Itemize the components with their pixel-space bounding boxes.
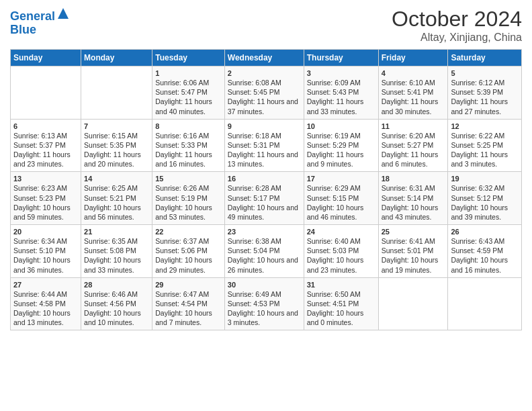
day-number: 1 (155, 69, 222, 77)
day-info: Sunrise: 6:23 AM Sunset: 5:23 PM Dayligh… (13, 183, 78, 222)
day-info: Sunrise: 6:50 AM Sunset: 4:51 PM Dayligh… (307, 289, 375, 328)
cell-week4-day4: 24Sunrise: 6:40 AM Sunset: 5:03 PM Dayli… (304, 225, 378, 278)
cell-week4-day6: 26Sunrise: 6:43 AM Sunset: 4:59 PM Dayli… (448, 225, 522, 278)
day-info: Sunrise: 6:34 AM Sunset: 5:10 PM Dayligh… (13, 236, 78, 275)
page: General Blue October 2024 Altay, Xinjian… (0, 0, 532, 411)
column-header-monday: Monday (81, 50, 152, 66)
cell-week1-day6: 5Sunrise: 6:12 AM Sunset: 5:39 PM Daylig… (448, 66, 522, 120)
day-info: Sunrise: 6:32 AM Sunset: 5:12 PM Dayligh… (451, 183, 519, 222)
day-number: 15 (155, 175, 222, 183)
cell-week4-day0: 20Sunrise: 6:34 AM Sunset: 5:10 PM Dayli… (11, 225, 81, 278)
day-info: Sunrise: 6:20 AM Sunset: 5:27 PM Dayligh… (382, 131, 445, 169)
day-info: Sunrise: 6:43 AM Sunset: 4:59 PM Dayligh… (451, 236, 519, 275)
cell-week5-day3: 30Sunrise: 6:49 AM Sunset: 4:53 PM Dayli… (224, 277, 304, 330)
day-info: Sunrise: 6:18 AM Sunset: 5:31 PM Dayligh… (228, 131, 301, 169)
logo-text: General (10, 7, 70, 24)
week-row-5: 27Sunrise: 6:44 AM Sunset: 4:58 PM Dayli… (11, 277, 522, 330)
day-number: 28 (84, 281, 149, 289)
subtitle: Altay, Xinjiang, China (392, 32, 522, 44)
day-info: Sunrise: 6:40 AM Sunset: 5:03 PM Dayligh… (307, 236, 375, 275)
day-number: 8 (155, 122, 222, 130)
cell-week3-day4: 17Sunrise: 6:29 AM Sunset: 5:15 PM Dayli… (304, 172, 378, 225)
svg-marker-0 (58, 8, 69, 19)
column-header-tuesday: Tuesday (152, 50, 225, 66)
column-header-thursday: Thursday (304, 50, 378, 66)
cell-week4-day5: 25Sunrise: 6:41 AM Sunset: 5:01 PM Dayli… (378, 225, 448, 278)
cell-week2-day5: 11Sunrise: 6:20 AM Sunset: 5:27 PM Dayli… (378, 119, 448, 172)
cell-week3-day2: 15Sunrise: 6:26 AM Sunset: 5:19 PM Dayli… (152, 172, 225, 225)
day-info: Sunrise: 6:09 AM Sunset: 5:43 PM Dayligh… (307, 78, 375, 116)
cell-week3-day0: 13Sunrise: 6:23 AM Sunset: 5:23 PM Dayli… (11, 172, 81, 225)
day-info: Sunrise: 6:44 AM Sunset: 4:58 PM Dayligh… (13, 289, 78, 328)
day-info: Sunrise: 6:35 AM Sunset: 5:08 PM Dayligh… (84, 236, 149, 275)
logo-icon (56, 7, 70, 20)
cell-week2-day0: 6Sunrise: 6:13 AM Sunset: 5:37 PM Daylig… (11, 119, 81, 172)
day-number: 11 (382, 122, 445, 130)
column-header-wednesday: Wednesday (224, 50, 304, 66)
day-number: 23 (228, 228, 301, 236)
day-number: 26 (451, 228, 519, 236)
day-number: 2 (228, 69, 301, 77)
day-number: 6 (13, 122, 78, 130)
day-info: Sunrise: 6:13 AM Sunset: 5:37 PM Dayligh… (13, 131, 78, 169)
cell-week5-day5 (378, 277, 448, 330)
cell-week3-day3: 16Sunrise: 6:28 AM Sunset: 5:17 PM Dayli… (224, 172, 304, 225)
cell-week2-day1: 7Sunrise: 6:15 AM Sunset: 5:35 PM Daylig… (81, 119, 152, 172)
cell-week5-day4: 31Sunrise: 6:50 AM Sunset: 4:51 PM Dayli… (304, 277, 378, 330)
week-row-2: 6Sunrise: 6:13 AM Sunset: 5:37 PM Daylig… (11, 119, 522, 172)
cell-week3-day1: 14Sunrise: 6:25 AM Sunset: 5:21 PM Dayli… (81, 172, 152, 225)
day-info: Sunrise: 6:25 AM Sunset: 5:21 PM Dayligh… (84, 183, 149, 222)
cell-week5-day0: 27Sunrise: 6:44 AM Sunset: 4:58 PM Dayli… (11, 277, 81, 330)
day-info: Sunrise: 6:29 AM Sunset: 5:15 PM Dayligh… (307, 183, 375, 222)
column-header-friday: Friday (378, 50, 448, 66)
day-info: Sunrise: 6:49 AM Sunset: 4:53 PM Dayligh… (228, 289, 301, 328)
day-info: Sunrise: 6:47 AM Sunset: 4:54 PM Dayligh… (155, 289, 222, 328)
cell-week2-day4: 10Sunrise: 6:19 AM Sunset: 5:29 PM Dayli… (304, 119, 378, 172)
day-number: 22 (155, 228, 222, 236)
day-info: Sunrise: 6:19 AM Sunset: 5:29 PM Dayligh… (307, 131, 375, 169)
day-info: Sunrise: 6:26 AM Sunset: 5:19 PM Dayligh… (155, 183, 222, 222)
cell-week4-day1: 21Sunrise: 6:35 AM Sunset: 5:08 PM Dayli… (81, 225, 152, 278)
cell-week1-day0 (11, 66, 81, 120)
cell-week1-day4: 3Sunrise: 6:09 AM Sunset: 5:43 PM Daylig… (304, 66, 378, 120)
day-number: 30 (228, 281, 301, 289)
week-row-3: 13Sunrise: 6:23 AM Sunset: 5:23 PM Dayli… (11, 172, 522, 225)
day-number: 4 (382, 69, 445, 77)
day-info: Sunrise: 6:38 AM Sunset: 5:04 PM Dayligh… (228, 236, 301, 275)
day-number: 12 (451, 122, 519, 130)
day-number: 16 (228, 175, 301, 183)
day-number: 24 (307, 228, 375, 236)
day-number: 14 (84, 175, 149, 183)
logo-blue: Blue (10, 24, 70, 37)
day-info: Sunrise: 6:15 AM Sunset: 5:35 PM Dayligh… (84, 131, 149, 169)
day-number: 5 (451, 69, 519, 77)
day-info: Sunrise: 6:28 AM Sunset: 5:17 PM Dayligh… (228, 183, 301, 222)
header: General Blue October 2024 Altay, Xinjian… (10, 7, 522, 44)
week-row-1: 1Sunrise: 6:06 AM Sunset: 5:47 PM Daylig… (11, 66, 522, 120)
day-info: Sunrise: 6:10 AM Sunset: 5:41 PM Dayligh… (382, 78, 445, 116)
day-number: 27 (13, 281, 78, 289)
day-number: 18 (382, 175, 445, 183)
day-info: Sunrise: 6:12 AM Sunset: 5:39 PM Dayligh… (451, 78, 519, 116)
cell-week2-day6: 12Sunrise: 6:22 AM Sunset: 5:25 PM Dayli… (448, 119, 522, 172)
column-header-saturday: Saturday (448, 50, 522, 66)
day-number: 31 (307, 281, 375, 289)
day-info: Sunrise: 6:37 AM Sunset: 5:06 PM Dayligh… (155, 236, 222, 275)
day-info: Sunrise: 6:22 AM Sunset: 5:25 PM Dayligh… (451, 131, 519, 169)
cell-week4-day3: 23Sunrise: 6:38 AM Sunset: 5:04 PM Dayli… (224, 225, 304, 278)
day-number: 25 (382, 228, 445, 236)
cell-week3-day5: 18Sunrise: 6:31 AM Sunset: 5:14 PM Dayli… (378, 172, 448, 225)
cell-week5-day2: 29Sunrise: 6:47 AM Sunset: 4:54 PM Dayli… (152, 277, 225, 330)
cell-week1-day5: 4Sunrise: 6:10 AM Sunset: 5:41 PM Daylig… (378, 66, 448, 120)
day-info: Sunrise: 6:16 AM Sunset: 5:33 PM Dayligh… (155, 131, 222, 169)
day-info: Sunrise: 6:08 AM Sunset: 5:45 PM Dayligh… (228, 78, 301, 116)
cell-week3-day6: 19Sunrise: 6:32 AM Sunset: 5:12 PM Dayli… (448, 172, 522, 225)
cell-week1-day1 (81, 66, 152, 120)
column-header-sunday: Sunday (11, 50, 81, 66)
cell-week1-day3: 2Sunrise: 6:08 AM Sunset: 5:45 PM Daylig… (224, 66, 304, 120)
day-number: 29 (155, 281, 222, 289)
day-number: 3 (307, 69, 375, 77)
cell-week2-day2: 8Sunrise: 6:16 AM Sunset: 5:33 PM Daylig… (152, 119, 225, 172)
day-number: 19 (451, 175, 519, 183)
day-number: 20 (13, 228, 78, 236)
